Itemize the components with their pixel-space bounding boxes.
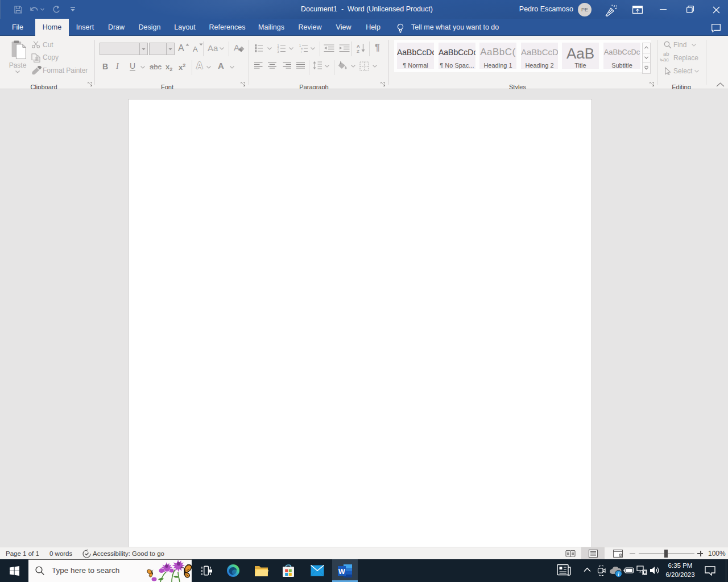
svg-text:A: A xyxy=(357,44,360,49)
svg-text:Z: Z xyxy=(357,49,359,53)
svg-text:i: i xyxy=(301,50,301,53)
svg-text:W: W xyxy=(338,568,345,576)
svg-text:3: 3 xyxy=(278,50,279,53)
